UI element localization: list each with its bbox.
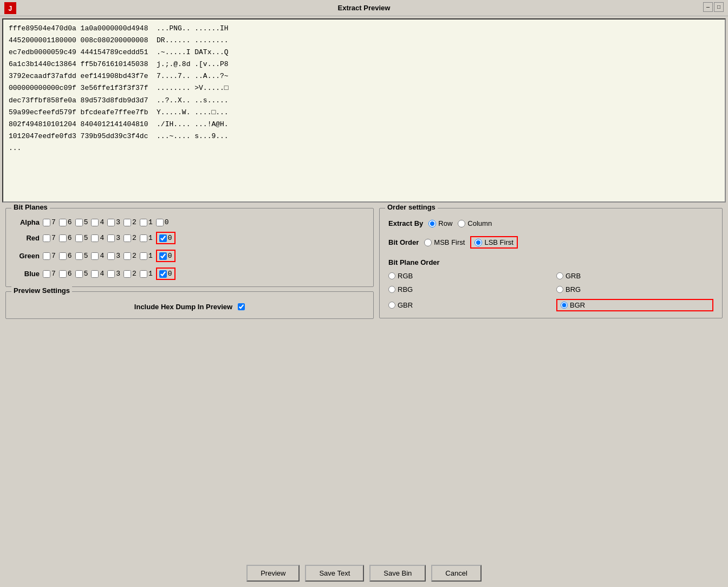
bit-alpha-2-checkbox[interactable]	[123, 219, 131, 226]
bit-number-label: 4	[100, 234, 104, 242]
bit-green-3-checkbox[interactable]	[107, 252, 115, 260]
bit-order-row: Bit Order MSB First LSB First	[388, 236, 713, 249]
bit-alpha-0-checkbox[interactable]	[156, 219, 164, 226]
extract-by-column-radio: Column	[458, 219, 492, 227]
maximize-button[interactable]: □	[714, 2, 724, 12]
bit-green-2-checkbox[interactable]	[123, 252, 131, 260]
bit-green-0-checkbox[interactable]	[159, 252, 167, 260]
bit-alpha-4-checkbox[interactable]	[91, 219, 99, 226]
bit-red-3-checkbox[interactable]	[107, 234, 115, 242]
bit-alpha-3-checkbox[interactable]	[107, 219, 115, 226]
bit-checkbox-wrap: 7	[43, 252, 56, 260]
bit-blue-1-checkbox[interactable]	[140, 270, 147, 278]
bit-checkbox-wrap: 1	[140, 270, 153, 278]
bit-checkbox-wrap: 7	[43, 270, 56, 278]
bit-green-5-checkbox[interactable]	[75, 252, 83, 260]
bit-checkbox-wrap: 4	[91, 218, 104, 226]
bit-blue-0-checkbox[interactable]	[159, 270, 167, 278]
bit-planes-title: Bit Planes	[11, 203, 50, 211]
bpo-bgr-radio[interactable]	[561, 302, 568, 309]
extract-column-label: Column	[467, 219, 492, 227]
hex-line-partial: ...	[9, 142, 719, 154]
bit-number-label: 0	[168, 270, 172, 278]
extract-by-row: Extract By Row Column	[388, 219, 713, 227]
bit-number-label: 7	[51, 270, 56, 278]
bit-number-label: 1	[148, 218, 153, 226]
svg-text:J: J	[8, 5, 12, 13]
bit-alpha-6-checkbox[interactable]	[59, 219, 67, 226]
bit-number-label: 2	[132, 270, 136, 278]
bpo-gbr-label: GBR	[398, 301, 413, 309]
bit-number-label: 0	[168, 234, 172, 242]
bit-blue-5-checkbox[interactable]	[75, 270, 83, 278]
bit-green-7-checkbox[interactable]	[43, 252, 50, 260]
bit-alpha-7-checkbox[interactable]	[43, 219, 50, 226]
bpo-gbr-radio[interactable]	[388, 302, 395, 309]
bit-red-1-checkbox[interactable]	[140, 234, 147, 242]
bpo-rbg-radio[interactable]	[388, 286, 395, 293]
cancel-button[interactable]: Cancel	[431, 565, 481, 582]
extract-by-row-radio[interactable]	[428, 220, 436, 227]
bit-red-7-checkbox[interactable]	[43, 234, 50, 242]
bit-row-label: Red	[12, 234, 40, 242]
bit-green-6-checkbox[interactable]	[59, 252, 67, 260]
bpo-radio-wrap: RBG	[388, 285, 545, 294]
bit-plane-row: Alpha76543210	[12, 218, 367, 226]
preview-button[interactable]: Preview	[246, 565, 300, 582]
bit-checkbox-wrap: 3	[107, 252, 120, 260]
bit-blue-3-checkbox[interactable]	[107, 270, 115, 278]
save-bin-button[interactable]: Save Bin	[369, 565, 426, 582]
bit-alpha-5-checkbox[interactable]	[75, 219, 83, 226]
msb-first-radio-wrap: MSB First	[424, 238, 465, 246]
bit-red-5-checkbox[interactable]	[75, 234, 83, 242]
bit-red-2-checkbox[interactable]	[123, 234, 131, 242]
extract-by-row-radio: Row	[428, 219, 452, 227]
bit-plane-row: Blue76543210	[12, 268, 367, 280]
bit-green-4-checkbox[interactable]	[91, 252, 99, 260]
bpo-brg-label: BRG	[566, 285, 581, 294]
bit-planes-group: Bit Planes Alpha76543210Red76543210Green…	[5, 208, 374, 287]
bit-checkbox-wrap: 5	[75, 252, 88, 260]
bpo-grb-radio[interactable]	[556, 272, 563, 279]
bit-number-label: 3	[116, 234, 120, 242]
bit-number-label: 6	[68, 234, 72, 242]
bit-row-label: Green	[12, 252, 40, 260]
bit-green-1-checkbox[interactable]	[140, 252, 147, 260]
order-settings-group: Order settings Extract By Row Column Bi	[379, 208, 723, 318]
bit-checkbox-wrap: 6	[59, 270, 72, 278]
left-panel: Bit Planes Alpha76543210Red76543210Green…	[5, 208, 374, 556]
hex-line: 802f494810101204 8404012141404810 ./IH..…	[9, 119, 719, 131]
bit-checkbox-wrap: 2	[123, 218, 136, 226]
bit-alpha-1-checkbox[interactable]	[140, 219, 147, 226]
bit-row-label: Alpha	[12, 218, 40, 226]
bit-checkbox-wrap: 0	[156, 250, 176, 262]
bit-red-0-checkbox[interactable]	[159, 234, 167, 242]
bit-number-label: 0	[168, 252, 172, 260]
bit-number-label: 7	[51, 218, 56, 226]
bpo-rgb-radio[interactable]	[388, 272, 395, 279]
msb-first-radio[interactable]	[424, 239, 432, 246]
bit-number-label: 3	[116, 218, 120, 226]
save-text-button[interactable]: Save Text	[305, 565, 364, 582]
include-hex-checkbox[interactable]	[238, 303, 245, 310]
lsb-first-radio[interactable]	[474, 239, 482, 246]
bit-blue-2-checkbox[interactable]	[123, 270, 131, 278]
bit-blue-7-checkbox[interactable]	[43, 270, 50, 278]
bit-number-label: 5	[84, 270, 88, 278]
bit-checkbox-wrap: 7	[43, 234, 56, 242]
bpo-rbg-label: RBG	[398, 285, 413, 294]
bit-blue-4-checkbox[interactable]	[91, 270, 99, 278]
bit-red-4-checkbox[interactable]	[91, 234, 99, 242]
bit-number-label: 7	[51, 234, 56, 242]
extract-by-column-radio-input[interactable]	[458, 220, 465, 227]
bit-red-6-checkbox[interactable]	[59, 234, 67, 242]
bit-number-label: 5	[84, 234, 88, 242]
bpo-brg-radio[interactable]	[556, 286, 563, 293]
bpo-grb-label: GRB	[566, 272, 581, 280]
bpo-bgr-label: BGR	[570, 301, 585, 309]
bit-plane-row: Green76543210	[12, 250, 367, 262]
hex-line: ec7edb0000059c49 444154789ceddd51 .~....…	[9, 47, 719, 58]
hex-line: 3792ecaadf37afdd eef141908bd43f7e 7....7…	[9, 70, 719, 82]
bit-blue-6-checkbox[interactable]	[59, 270, 67, 278]
minimize-button[interactable]: —	[703, 2, 713, 12]
